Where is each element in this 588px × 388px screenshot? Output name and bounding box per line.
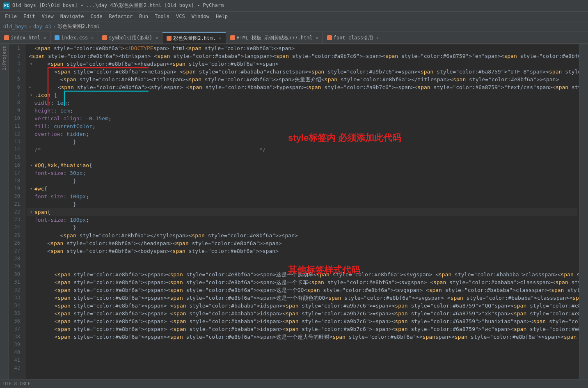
code-line[interactable]: <span style="color:#e8bf6a"><htmlspan> <…	[27, 52, 577, 60]
code-line[interactable]: <span style="color:#e8bf6a"><pspan> <spa…	[27, 325, 577, 333]
line-number: 2	[12, 52, 22, 60]
line-number: 26	[12, 239, 22, 247]
code-line[interactable]: ▾ <span style="color:#e8bf6a"><headspan>…	[27, 60, 577, 68]
tab-label: font-class引用	[334, 34, 373, 41]
fold-icon[interactable]: ▾	[29, 85, 31, 90]
menu-item-vcs[interactable]: VCS	[173, 13, 188, 20]
code-line[interactable]: }	[27, 177, 577, 185]
code-line[interactable]: font-size: 30px;	[27, 169, 577, 177]
breadcrumb-item[interactable]: Old_boys	[3, 24, 27, 30]
fold-icon[interactable]: ▾	[29, 186, 34, 191]
line-number: 30	[12, 271, 22, 278]
code-line[interactable]: ▾ #wc{	[27, 185, 577, 193]
line-number: 41	[12, 356, 22, 364]
title-bar: PC Old_boys [D:\Old_boys] - ...\day 43\彩…	[0, 0, 588, 11]
code-content[interactable]: <span style="color:#e8bf6a"><!DOCTYPEspa…	[25, 44, 579, 388]
breadcrumb-sep: ›	[53, 24, 55, 30]
line-number: 20	[12, 193, 22, 200]
code-line[interactable]	[27, 364, 577, 372]
code-line[interactable]: ▾ <span style="color:#e8bf6a"><stylespan…	[27, 83, 577, 91]
menu-item-navigate[interactable]: Navigate	[57, 13, 87, 20]
code-line[interactable]: font-size: 180px;	[27, 216, 577, 224]
line-number: 15	[12, 154, 22, 161]
line-number: 32	[12, 286, 22, 294]
code-line[interactable]	[27, 341, 577, 349]
code-line[interactable]: <span style="color:#e8bf6a"><metaspan> <…	[27, 68, 577, 76]
menu-item-run[interactable]: Run	[136, 13, 151, 20]
breadcrumb-sep: ›	[29, 24, 32, 30]
line-number: 18	[12, 177, 22, 185]
code-line[interactable]: ▾ .icon {	[27, 91, 577, 99]
menu-item-view[interactable]: View	[39, 13, 57, 20]
tab-index-css[interactable]: index.css×	[50, 32, 98, 44]
code-line[interactable]: ▾ #QQ,#xk,#huaixiao{	[27, 161, 577, 169]
code-line[interactable]	[27, 255, 577, 263]
code-line[interactable]: font-size: 100px;	[27, 193, 577, 200]
line-number: 17	[12, 169, 22, 177]
line-number: 19	[12, 185, 22, 193]
line-number: 24	[12, 224, 22, 232]
tab-close-btn[interactable]: ×	[43, 36, 46, 40]
tab-close-btn[interactable]: ×	[316, 36, 318, 40]
code-line[interactable]	[27, 263, 577, 271]
code-line[interactable]: <span style="color:#e8bf6a"><pspan><span…	[27, 286, 577, 294]
bottom-status: UTF-8 CRLF	[3, 381, 30, 386]
tab-symbol-ref[interactable]: symbol引用(多彩)×	[98, 32, 162, 44]
code-line[interactable]: vertical-align: -0.15em;	[27, 115, 577, 122]
code-line[interactable]: width: 1em;	[27, 99, 577, 107]
code-line[interactable]: <span style="color:#e8bf6a"><pspan> <spa…	[27, 310, 577, 317]
line-number: 37	[12, 325, 22, 333]
breadcrumb-item[interactable]: 彩色矢量图2.html	[57, 23, 100, 30]
tab-close-btn[interactable]: ×	[156, 36, 158, 40]
breadcrumb-item[interactable]: day 43	[33, 24, 51, 30]
code-line[interactable]	[27, 356, 577, 364]
code-line[interactable]: /*--------------------------------------…	[27, 146, 577, 154]
code-line[interactable]: <span style="color:#e8bf6a"><pspan><span…	[27, 294, 577, 302]
tab-close-btn[interactable]: ×	[219, 36, 222, 41]
line-number: 35	[12, 310, 22, 317]
code-line[interactable]: <span style="color:#e8bf6a"><pspan> <spa…	[27, 302, 577, 310]
tab-file-icon	[167, 36, 172, 41]
menu-item-code[interactable]: Code	[87, 13, 106, 20]
code-line[interactable]: <span style="color:#e8bf6a"><titlespan><…	[27, 76, 577, 83]
tab-color-svg[interactable]: 彩色矢量图2.html×	[162, 32, 226, 44]
code-line[interactable]: <span style="color:#e8bf6a"><pspan><span…	[27, 271, 577, 278]
code-line[interactable]: <span style="color:#e8bf6a"><bodyspan><s…	[27, 247, 577, 255]
menu-item-refactor[interactable]: Refactor	[105, 13, 136, 20]
menu-item-window[interactable]: Window	[188, 13, 213, 20]
code-line[interactable]: <span style="color:#e8bf6a"><pspan> <spa…	[27, 317, 577, 325]
tab-label: 彩色矢量图2.html	[173, 35, 215, 42]
fold-icon[interactable]: ▾	[29, 210, 34, 215]
code-line[interactable]: <span style="color:#e8bf6a"></stylespan>…	[27, 232, 577, 239]
menu-item-help[interactable]: Help	[213, 13, 231, 20]
tab-close-btn[interactable]: ×	[376, 36, 379, 40]
project-label[interactable]: 1:Project	[2, 46, 7, 71]
line-number: 40	[12, 349, 22, 356]
code-line[interactable]: ▾ span{	[27, 208, 577, 216]
code-line[interactable]: height: 1em;	[27, 107, 577, 115]
code-line[interactable]	[27, 154, 577, 161]
tab-font-class[interactable]: font-class引用×	[323, 32, 383, 44]
code-line[interactable]: <span style="color:#e8bf6a"><pspan><span…	[27, 333, 577, 341]
menu-item-file[interactable]: File	[2, 13, 20, 20]
fold-icon[interactable]: ▾	[29, 93, 34, 98]
code-line[interactable]: }	[27, 200, 577, 208]
tab-index-html[interactable]: index.html×	[0, 32, 50, 44]
line-number: 38	[12, 333, 22, 341]
code-line[interactable]: <span style="color:#e8bf6a"></headspan><…	[27, 239, 577, 247]
menu-item-tools[interactable]: Tools	[151, 13, 173, 20]
menu-item-edit[interactable]: Edit	[20, 13, 39, 20]
code-line[interactable]: <span style="color:#e8bf6a"><!DOCTYPEspa…	[27, 44, 577, 52]
tab-html-template[interactable]: HTML 模板 示例剪贴板777.html×	[226, 32, 323, 44]
right-sidebar	[579, 44, 588, 388]
code-line[interactable]: }	[27, 138, 577, 146]
tab-close-btn[interactable]: ×	[91, 36, 94, 40]
fold-icon[interactable]: ▾	[29, 163, 34, 168]
fold-icon[interactable]: ▾	[29, 62, 34, 67]
code-line[interactable]: overflow: hidden;	[27, 130, 577, 138]
code-line[interactable]: fill: currentColor;	[27, 122, 577, 130]
code-line[interactable]: }	[27, 224, 577, 232]
code-line[interactable]: <span style="color:#e8bf6a"><pspan><span…	[27, 278, 577, 286]
line-number: 4	[12, 68, 22, 76]
code-line[interactable]	[27, 349, 577, 356]
